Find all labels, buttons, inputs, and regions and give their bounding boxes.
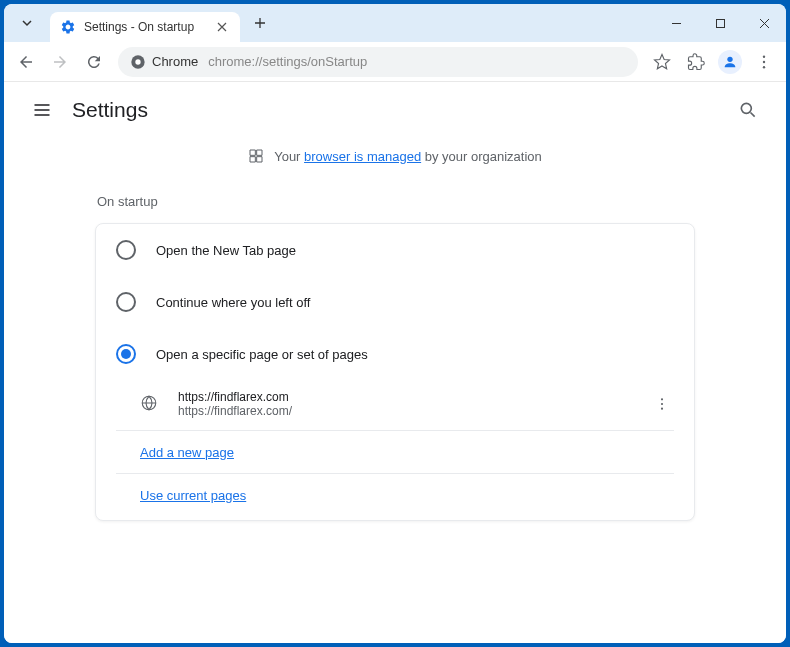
- page-more-button[interactable]: [650, 396, 674, 412]
- divider: [116, 473, 674, 474]
- svg-point-6: [763, 66, 765, 68]
- window-controls: [654, 4, 786, 42]
- globe-icon: [140, 394, 160, 414]
- page-title-text: https://findflarex.com: [178, 390, 650, 404]
- hamburger-icon: [32, 100, 52, 120]
- page-content: PCrisk.com Settings Your browser is mana…: [4, 82, 786, 643]
- window-minimize-button[interactable]: [654, 4, 698, 42]
- star-icon: [653, 53, 671, 71]
- maximize-icon: [715, 18, 726, 29]
- browser-tab[interactable]: Settings - On startup: [50, 12, 240, 42]
- chevron-down-icon: [21, 17, 33, 29]
- radio-label: Open the New Tab page: [156, 243, 296, 258]
- dots-vertical-icon: [755, 53, 773, 71]
- svg-point-5: [763, 60, 765, 62]
- arrow-right-icon: [51, 53, 69, 71]
- minimize-icon: [671, 18, 682, 29]
- window-close-button[interactable]: [742, 4, 786, 42]
- profile-button[interactable]: [714, 46, 746, 78]
- svg-point-2: [135, 59, 140, 64]
- managed-notice: Your browser is managed by your organiza…: [4, 138, 786, 174]
- settings-header: Settings: [4, 82, 786, 138]
- managed-link[interactable]: browser is managed: [304, 149, 421, 164]
- extensions-icon: [687, 53, 705, 71]
- close-icon: [217, 22, 227, 32]
- radio-icon: [116, 292, 136, 312]
- organization-icon: [248, 148, 264, 164]
- nav-menu-button[interactable]: [24, 92, 60, 128]
- bookmark-button[interactable]: [646, 46, 678, 78]
- browser-toolbar: Chrome chrome://settings/onStartup: [4, 42, 786, 82]
- new-tab-button[interactable]: [246, 9, 274, 37]
- forward-button[interactable]: [44, 46, 76, 78]
- site-chip[interactable]: Chrome: [130, 54, 198, 70]
- tab-menu-button[interactable]: [10, 9, 44, 37]
- chrome-label: Chrome: [152, 54, 198, 69]
- use-current-link[interactable]: Use current pages: [140, 488, 246, 503]
- window-maximize-button[interactable]: [698, 4, 742, 42]
- profile-avatar-icon: [718, 50, 742, 74]
- startup-option-continue[interactable]: Continue where you left off: [96, 276, 694, 328]
- startup-option-specific[interactable]: Open a specific page or set of pages: [96, 328, 694, 380]
- back-button[interactable]: [10, 46, 42, 78]
- arrow-left-icon: [17, 53, 35, 71]
- omnibox[interactable]: Chrome chrome://settings/onStartup: [118, 47, 638, 77]
- managed-text-suffix: by your organization: [421, 149, 542, 164]
- chrome-menu-button[interactable]: [748, 46, 780, 78]
- chrome-logo-icon: [130, 54, 146, 70]
- radio-label: Open a specific page or set of pages: [156, 347, 368, 362]
- svg-point-10: [661, 403, 663, 405]
- settings-gear-icon: [60, 19, 76, 35]
- add-page-link[interactable]: Add a new page: [140, 445, 234, 460]
- radio-icon: [116, 344, 136, 364]
- extensions-button[interactable]: [680, 46, 712, 78]
- svg-point-11: [661, 408, 663, 410]
- tab-close-button[interactable]: [214, 19, 230, 35]
- search-button[interactable]: [730, 92, 766, 128]
- title-bar: Settings - On startup: [4, 4, 786, 42]
- tab-title: Settings - On startup: [84, 20, 214, 34]
- omnibox-url: chrome://settings/onStartup: [208, 54, 367, 69]
- page-title: Settings: [72, 98, 730, 122]
- dots-vertical-icon: [654, 396, 670, 412]
- reload-button[interactable]: [78, 46, 110, 78]
- radio-label: Continue where you left off: [156, 295, 310, 310]
- page-url-text: https://findflarex.com/: [178, 404, 650, 418]
- plus-icon: [254, 17, 266, 29]
- startup-card: Open the New Tab page Continue where you…: [95, 223, 695, 521]
- svg-point-7: [741, 103, 751, 113]
- startup-page-entry: https://findflarex.com https://findflare…: [116, 380, 674, 428]
- search-icon: [738, 100, 758, 120]
- radio-icon: [116, 240, 136, 260]
- close-icon: [759, 18, 770, 29]
- svg-point-9: [661, 398, 663, 400]
- svg-rect-0: [716, 19, 724, 27]
- svg-point-4: [763, 55, 765, 57]
- section-title: On startup: [97, 194, 695, 209]
- startup-option-newtab[interactable]: Open the New Tab page: [96, 224, 694, 276]
- svg-point-3: [727, 56, 732, 61]
- divider: [116, 430, 674, 431]
- managed-text-prefix: Your: [274, 149, 304, 164]
- reload-icon: [85, 53, 103, 71]
